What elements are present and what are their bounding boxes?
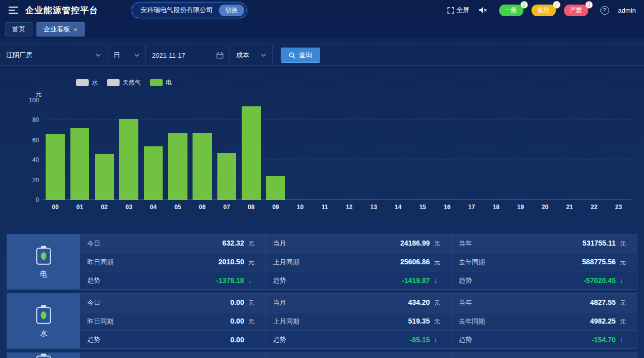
metric-cell: 今日0.00元 — [80, 353, 266, 358]
user-menu[interactable]: admin — [618, 7, 636, 14]
x-tick-label: 06 — [190, 204, 214, 211]
energy-icon-block — [7, 353, 80, 358]
unit-label: 元 — [620, 240, 630, 248]
energy-leaf-icon — [34, 245, 53, 266]
switch-company-button[interactable]: 切换 — [219, 5, 244, 16]
trend-down-arrow: ↓ — [620, 276, 630, 285]
metric-label: 趋势 — [87, 276, 100, 285]
x-tick-label: 19 — [508, 204, 533, 211]
metric-value-group: 25606.86元 — [400, 258, 444, 267]
alarm-normal-label: 一般 — [505, 7, 517, 14]
bar-slot-11 — [313, 100, 337, 200]
alarm-critical-count-badge: 0 — [585, 1, 593, 9]
topbar-right: 全屏 一般 0 紧急 0 严重 0 ? admin — [447, 5, 636, 16]
x-tick-label: 12 — [337, 204, 361, 211]
metric-cell: 趋势-1378.18↓ — [80, 271, 266, 289]
x-tick-label: 13 — [361, 204, 386, 211]
x-tick-label: 16 — [435, 204, 459, 211]
metric-value-group: 588775.56元 — [582, 258, 630, 267]
metric-cell: 昨日同期2010.50元 — [80, 253, 266, 271]
date-picker[interactable]: 2021-11-17 — [146, 45, 230, 65]
metric-value-group: 0.00元 — [230, 317, 258, 326]
metric-cell: 趋势0.00 — [80, 331, 266, 348]
bar-slot-05 — [166, 100, 190, 200]
unit-label: 元 — [434, 317, 444, 326]
x-tick-label: 23 — [607, 204, 631, 211]
legend-label-electricity: 电 — [166, 78, 172, 87]
query-button[interactable]: 查询 — [281, 48, 320, 63]
x-tick-label: 15 — [410, 204, 435, 211]
metric-value: 519.35 — [408, 317, 430, 325]
help-icon[interactable]: ? — [600, 6, 609, 15]
energy-name: 水 — [40, 329, 47, 338]
energy-icon-block: 水 — [7, 294, 80, 348]
metric-label: 上月同期 — [273, 317, 299, 326]
site-select[interactable]: 江阴厂房 — [0, 45, 107, 65]
fullscreen-label: 全屏 — [457, 6, 470, 15]
bar-slot-00 — [43, 100, 67, 200]
x-tick-label: 14 — [386, 204, 410, 211]
metric-label: 趋势 — [459, 335, 472, 344]
app-title: 企业能源管控平台 — [25, 5, 98, 16]
alarm-normal-button[interactable]: 一般 0 — [499, 5, 523, 16]
alarm-urgent-button[interactable]: 紧急 0 — [532, 5, 556, 16]
alarm-critical-button[interactable]: 严重 0 — [564, 5, 588, 16]
metric-cell: 当月3625.58元 — [266, 353, 451, 358]
energy-cards: 电今日632.32元当月24186.99元当年531755.11元昨日同期201… — [7, 234, 637, 358]
bars-row — [43, 100, 631, 200]
metric-select-value: 成本 — [236, 51, 249, 60]
bar-06 — [193, 133, 212, 200]
x-tick-label: 00 — [43, 204, 67, 211]
bar-slot-09 — [263, 100, 288, 200]
energy-card-水: 水今日0.00元当月434.20元当年4827.55元昨日同期0.00元上月同期… — [7, 293, 637, 349]
fullscreen-icon — [447, 7, 454, 14]
bar-slot-16 — [435, 100, 459, 200]
metric-label: 趋势 — [87, 335, 100, 344]
fullscreen-button[interactable]: 全屏 — [447, 6, 470, 15]
x-tick-label: 20 — [533, 204, 557, 211]
metric-value: 632.32 — [222, 239, 244, 247]
metric-value-group: 0.00元 — [230, 298, 258, 307]
metric-value-group: 4982.25元 — [590, 317, 630, 326]
metric-value-group: -57020.45↓ — [584, 276, 630, 285]
top-bar: 企业能源管控平台 安科瑞电气股份有限公司 切换 全屏 一般 0 紧急 0 — [0, 0, 644, 20]
table-row: 趋势0.00趋势-85.15↓趋势-154.70↓ — [80, 330, 637, 348]
date-picker-value: 2021-11-17 — [152, 52, 185, 59]
energy-icon-block: 电 — [7, 234, 80, 289]
x-tick-label: 07 — [214, 204, 239, 211]
metric-label: 今日 — [87, 239, 100, 248]
card-rows: 今日0.00元当月434.20元当年4827.55元昨日同期0.00元上月同期5… — [80, 294, 637, 348]
tab-enterprise-board[interactable]: 企业看板 × — [36, 22, 85, 36]
bar-slot-13 — [361, 100, 386, 200]
metric-value: 24186.99 — [400, 239, 430, 247]
tab-home[interactable]: 首页 — [5, 22, 32, 36]
legend-item-gas[interactable]: 天然气 — [107, 78, 141, 87]
menu-icon[interactable] — [8, 6, 18, 14]
alarm-pills: 一般 0 紧急 0 严重 0 — [499, 5, 588, 16]
bar-01 — [70, 128, 90, 200]
tab-bar: 首页 企业看板 × — [0, 20, 644, 38]
legend-item-water[interactable]: 水 — [76, 78, 98, 87]
metric-label: 上月同期 — [273, 258, 299, 267]
x-tick-label: 02 — [92, 204, 117, 211]
table-row: 今日632.32元当月24186.99元当年531755.11元 — [80, 234, 637, 253]
metric-label: 昨日同期 — [87, 317, 113, 326]
trend-down-arrow: ↓ — [434, 276, 444, 285]
x-tick-label: 10 — [288, 204, 312, 211]
metric-label: 趋势 — [273, 276, 286, 285]
metric-value: 531755.11 — [583, 239, 616, 247]
company-name: 安科瑞电气股份有限公司 — [140, 6, 213, 15]
mute-button[interactable] — [479, 7, 487, 14]
tab-close-icon[interactable]: × — [73, 26, 78, 33]
energy-card-row2: 今日0.00元当月3625.58元当年45173.59元 — [7, 352, 637, 358]
bar-slot-14 — [386, 100, 410, 200]
alarm-critical-label: 严重 — [570, 7, 582, 14]
unit-label: 元 — [434, 258, 444, 267]
x-tick-label: 01 — [67, 204, 92, 211]
bar-slot-21 — [557, 100, 582, 200]
legend-label-water: 水 — [92, 78, 98, 87]
card-rows: 今日0.00元当月3625.58元当年45173.59元 — [80, 353, 637, 358]
period-select[interactable]: 日 — [107, 45, 146, 65]
metric-select[interactable]: 成本 — [230, 45, 273, 65]
legend-item-electricity[interactable]: 电 — [150, 78, 172, 87]
